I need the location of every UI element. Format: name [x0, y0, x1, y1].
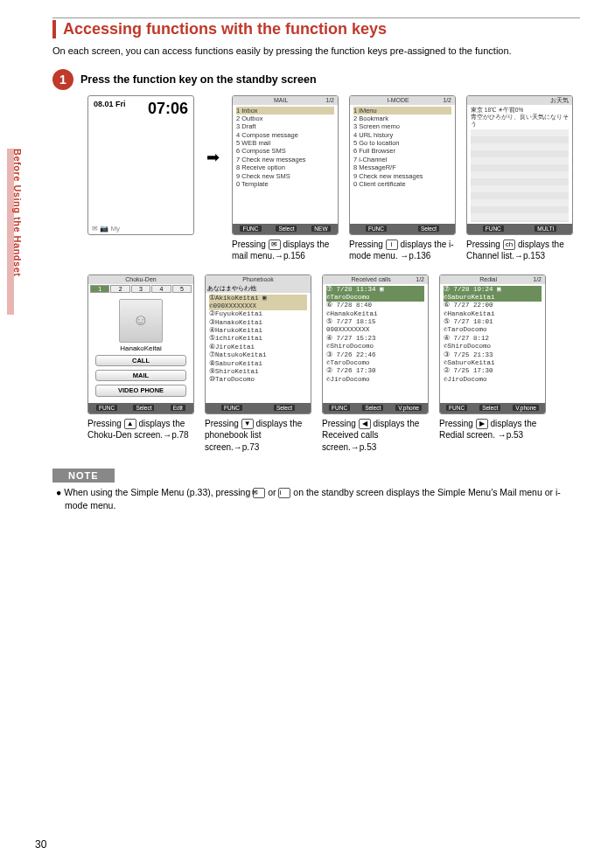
list-item: ⑦ 7/28 19:24 ▣	[444, 286, 542, 294]
list-item: 0 Client certificate	[353, 180, 451, 188]
left-key-icon: ◀	[359, 419, 371, 429]
ticker-placeholder	[471, 129, 569, 222]
imode-key-icon: i	[386, 240, 398, 250]
list-item: ⑥ 7/27 22:00	[444, 302, 542, 309]
weather-line: 東京 18℃ ☀午前0%	[471, 107, 569, 114]
section-tab: Before Using the Handset	[12, 149, 23, 276]
mail-key-icon: ✉	[269, 240, 281, 250]
list-item: ⑦ 7/28 11:34 ▣	[326, 286, 424, 294]
list-item: 5 WEB mail	[236, 139, 334, 147]
choku-col: Choku-Den 1 2 3 4 5 ☺ HanakoKeitai CALL …	[87, 274, 194, 441]
list-item: ④ 7/27 15:23	[326, 335, 424, 343]
softkey-func: FUNC	[329, 405, 350, 411]
softkey-new: NEW	[311, 226, 330, 232]
intro-paragraph: On each screen, you can access functions…	[52, 44, 580, 59]
list-item: ⑦NatsukoKeitai	[209, 351, 307, 359]
softkey-select: Select	[276, 226, 297, 232]
softkey-func: FUNC	[221, 405, 242, 411]
choku-den-screen: Choku-Den 1 2 3 4 5 ☺ HanakoKeitai CALL …	[87, 274, 194, 414]
list-item: ①AkikoKeitai ▣	[209, 295, 307, 302]
page-number: 30	[35, 838, 46, 851]
list-item: ⑨ShiroKeitai	[209, 368, 307, 376]
mail-button: MAIL	[95, 370, 186, 381]
received-col: Received calls1/2 ⑦ 7/28 11:34 ▣ ✆TaroDo…	[322, 274, 429, 454]
note-text-b: or	[265, 487, 278, 497]
list-item: 3 Draft	[236, 122, 334, 130]
imode-key-icon: i	[278, 488, 290, 498]
list-item: 0 Template	[236, 180, 334, 188]
phonebook-caption: Pressing ▼ displays the phonebook list s…	[205, 418, 311, 454]
received-caption: Pressing ◀ displays the Received calls s…	[322, 418, 429, 454]
note-text: ● When using the Simple Menu (p.33), pre…	[52, 486, 580, 511]
phonebook-screen: Phonebook あなはまやらわ他 ①AkikoKeitai ▣ ✆090XX…	[205, 274, 311, 414]
list-item: ✆JiroDocomo	[444, 376, 542, 384]
tab: 5	[172, 285, 192, 293]
standby-icons: ✉ 📷 My	[88, 223, 193, 234]
weather-line: 青空がひろがり、良い天気になりそう	[471, 114, 569, 128]
vphone-button: VIDEO PHONE	[95, 385, 186, 396]
section-heading-wrap: Accessing functions with the function ke…	[52, 17, 580, 38]
list-item: 9 Check new messages	[353, 172, 451, 180]
list-item: 4 Compose message	[236, 131, 334, 139]
list-item: 090XXXXXXXX	[326, 326, 424, 334]
redial-page: 1/2	[533, 276, 542, 282]
list-item: ✆HanakoKeitai	[326, 310, 424, 318]
mail-page: 1/2	[325, 97, 334, 103]
softkey-edit: Edit	[171, 405, 185, 411]
up-key-icon: ▲	[124, 419, 136, 429]
mail-menu-screen: MAIL1/2 1 Inbox 2 Outbox 3 Draft 4 Compo…	[232, 95, 339, 235]
list-item: ③ 7/25 21:33	[444, 351, 542, 359]
softkey-select: Select	[274, 405, 295, 411]
received-title: Received calls	[352, 276, 391, 282]
tab: 3	[131, 285, 150, 293]
imode-menu-screen: I-MODE1/2 1 iMenu 2 Bookmark 3 Screen me…	[349, 95, 456, 235]
list-item: ② 7/25 17:30	[444, 367, 542, 375]
list-item: ✆SaburoKeitai	[444, 359, 542, 367]
list-item: ✆JiroDocomo	[326, 376, 424, 384]
mail-title: MAIL	[274, 97, 288, 103]
list-item: 6 Compose SMS	[236, 147, 334, 155]
list-item: ②FuyukoKeitai	[209, 310, 307, 318]
kana-tabs: あなはまやらわ他	[206, 284, 311, 293]
list-item: ✆HanakoKeitai	[444, 310, 542, 318]
standby-time: 07:06	[148, 100, 188, 117]
caption-text: Pressing	[322, 419, 359, 428]
imode-col: I-MODE1/2 1 iMenu 2 Bookmark 3 Screen me…	[349, 95, 456, 262]
channel-caption: Pressing ch displays the Channel list.→p…	[466, 239, 573, 262]
channel-list-screen: お天気 東京 18℃ ☀午前0% 青空がひろがり、良い天気になりそう FUNCM…	[466, 95, 573, 235]
phonebook-title: Phonebook	[242, 276, 273, 282]
list-item: 8 Receive option	[236, 163, 334, 171]
imode-page: 1/2	[443, 97, 451, 103]
softkey-func: FUNC	[96, 405, 117, 411]
list-item: 9 Check new SMS	[236, 172, 334, 180]
list-item: ✆TaroDocomo	[444, 326, 542, 334]
tab: 2	[110, 285, 129, 293]
list-item: ③HanakoKeitai	[209, 319, 307, 327]
redial-screen: Redial1/2 ⑦ 7/28 19:24 ▣ ✆SaburoKeitai ⑥…	[439, 274, 546, 414]
list-item: ⑤ 7/27 18:15	[326, 318, 424, 326]
softkey-vphone: V.phone	[513, 405, 539, 411]
redial-title: Redial	[479, 276, 497, 282]
list-item: 2 Bookmark	[353, 115, 451, 122]
standby-screen: 08.01 Fri 07:06 ✉ 📷 My	[87, 95, 194, 235]
list-item: ✆ShiroDocomo	[444, 343, 542, 351]
softkey-select: Select	[362, 405, 383, 411]
list-item: ⑩TaroDocomo	[209, 376, 307, 384]
mail-col: MAIL1/2 1 Inbox 2 Outbox 3 Draft 4 Compo…	[232, 95, 339, 262]
softkey-select: Select	[479, 405, 500, 411]
choku-caption: Pressing ▲ displays the Choku-Den screen…	[87, 418, 194, 441]
note-block: NOTE ● When using the Simple Menu (p.33)…	[52, 469, 580, 511]
note-label: NOTE	[52, 469, 115, 483]
softkey-vphone: V.phone	[395, 405, 422, 411]
mail-caption: Pressing ✉ displays the mail menu.→p.156	[232, 239, 339, 262]
note-text-a: When using the Simple Menu (p.33), press…	[64, 487, 253, 497]
standby-col: 08.01 Fri 07:06 ✉ 📷 My	[87, 95, 194, 235]
list-item: ✆SaburoKeitai	[444, 294, 542, 302]
list-item: 6 Full Browser	[353, 147, 451, 155]
list-item: ⑧SaburoKeitai	[209, 360, 307, 368]
softkey-func: FUNC	[240, 226, 261, 232]
softkey-func: FUNC	[446, 405, 467, 411]
channel-col: お天気 東京 18℃ ☀午前0% 青空がひろがり、良い天気になりそう FUNCM…	[466, 95, 573, 262]
softkey-select: Select	[133, 405, 154, 411]
softkey-func: FUNC	[366, 226, 387, 232]
